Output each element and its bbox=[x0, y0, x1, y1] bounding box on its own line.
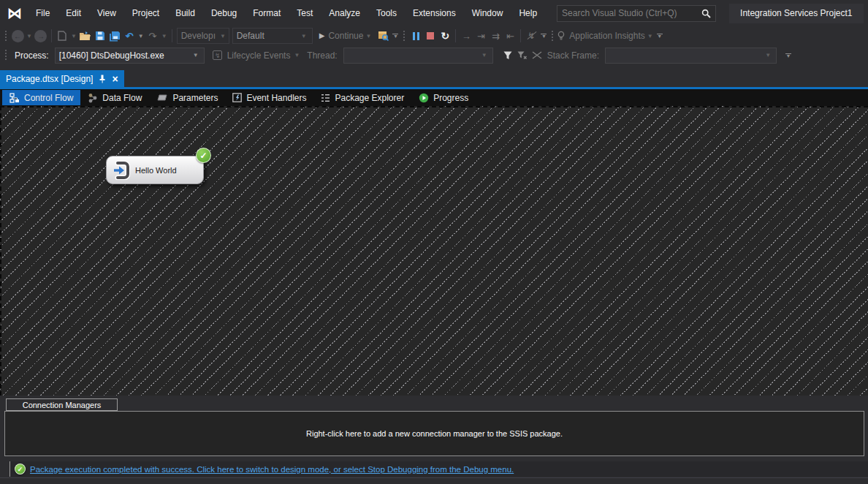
toolbar-overflow-button[interactable]: ▼ bbox=[392, 34, 398, 38]
connection-managers-section: Connection Managers Right-click here to … bbox=[0, 396, 868, 456]
attach-to-process-button[interactable] bbox=[376, 28, 390, 44]
menu-project[interactable]: Project bbox=[124, 4, 167, 22]
thread-label: Thread: bbox=[307, 50, 337, 61]
toolbar-grip[interactable] bbox=[4, 30, 8, 42]
solution-configuration-dropdown[interactable]: Developı ▼ bbox=[177, 28, 229, 44]
tab-label: Event Handlers bbox=[246, 93, 306, 103]
continue-label: Continue bbox=[328, 31, 363, 41]
open-file-button[interactable] bbox=[78, 28, 93, 44]
step-over-icon: ⇉ bbox=[492, 31, 500, 41]
undo-dropdown-caret[interactable]: ▼ bbox=[138, 33, 144, 39]
menu-edit[interactable]: Edit bbox=[58, 4, 89, 22]
stack-frame-dropdown[interactable]: ▼ bbox=[605, 48, 777, 64]
tab-progress[interactable]: Progress bbox=[411, 90, 476, 105]
restart-button[interactable]: ↻ bbox=[438, 28, 452, 44]
solution-platform-value: Default bbox=[237, 31, 264, 41]
connection-managers-panel[interactable]: Right-click here to add a new connection… bbox=[4, 411, 864, 456]
toolbar-grip[interactable] bbox=[4, 49, 8, 61]
reset-filter-button[interactable] bbox=[515, 48, 530, 64]
menu-extensions[interactable]: Extensions bbox=[405, 4, 464, 22]
progress-icon bbox=[419, 93, 429, 103]
step-over-button[interactable]: ⇉ bbox=[488, 28, 503, 44]
search-input[interactable] bbox=[562, 8, 701, 18]
redo-dropdown-caret[interactable]: ▼ bbox=[161, 33, 167, 39]
task-hello-world[interactable]: Hello World ✓ bbox=[106, 156, 204, 184]
control-flow-design-surface[interactable]: Hello World ✓ bbox=[0, 106, 868, 396]
document-tab-package-dtsx[interactable]: Package.dtsx [Design] × bbox=[0, 70, 124, 87]
toolbar-overflow-button[interactable]: ▼ bbox=[541, 34, 547, 38]
pause-button[interactable] bbox=[408, 28, 423, 44]
control-flow-icon bbox=[9, 93, 20, 103]
tab-event-handlers[interactable]: Event Handlers bbox=[225, 90, 313, 105]
tab-package-explorer[interactable]: Package Explorer bbox=[313, 90, 411, 105]
stop-debugging-button[interactable] bbox=[423, 28, 438, 44]
chevron-down-icon: ▼ bbox=[481, 52, 487, 58]
back-dropdown-caret[interactable]: ▼ bbox=[26, 33, 32, 39]
search-icon[interactable] bbox=[701, 9, 711, 18]
breakpoints-disabled-button[interactable]: ↯ bbox=[524, 28, 538, 44]
menu-format[interactable]: Format bbox=[245, 4, 289, 22]
new-file-button[interactable] bbox=[55, 28, 69, 44]
step-into-button[interactable]: ⇥ bbox=[473, 28, 488, 44]
chevron-down-icon: ▼ bbox=[765, 52, 771, 58]
application-insights-label: Application Insights bbox=[569, 31, 644, 41]
lifecycle-events-caret[interactable]: ▼ bbox=[294, 52, 300, 58]
connection-managers-title: Connection Managers bbox=[23, 401, 102, 409]
process-dropdown[interactable]: [10460] DtsDebugHost.exe ▼ bbox=[55, 48, 205, 64]
menu-help[interactable]: Help bbox=[511, 4, 545, 22]
crossed-arrows-icon bbox=[532, 51, 542, 59]
application-insights-button[interactable]: Application Insights bbox=[557, 28, 645, 44]
redo-icon: ↷ bbox=[148, 31, 156, 41]
menu-analyze[interactable]: Analyze bbox=[321, 4, 368, 22]
application-insights-caret[interactable]: ▼ bbox=[647, 33, 653, 39]
tab-parameters[interactable]: Parameters bbox=[149, 90, 225, 105]
undo-button[interactable]: ↶ bbox=[122, 28, 137, 44]
toolbar-grip[interactable] bbox=[403, 30, 406, 42]
step-out-icon: ⇤ bbox=[506, 31, 514, 41]
close-icon[interactable]: × bbox=[112, 74, 118, 84]
tab-data-flow[interactable]: Data Flow bbox=[80, 90, 149, 105]
toolbar-overflow-button[interactable]: ▼ bbox=[785, 53, 791, 58]
lifecycle-events-icon-button[interactable]: ↯ bbox=[210, 48, 225, 64]
step-out-button[interactable]: ⇤ bbox=[503, 28, 517, 44]
solution-configuration-value: Developı bbox=[181, 31, 216, 41]
menu-window[interactable]: Window bbox=[464, 4, 511, 22]
menu-test[interactable]: Test bbox=[289, 4, 321, 22]
menu-debug[interactable]: Debug bbox=[203, 4, 245, 22]
pause-icon bbox=[413, 32, 415, 40]
menu-view[interactable]: View bbox=[89, 4, 124, 22]
pin-icon[interactable] bbox=[99, 75, 106, 83]
chevron-down-icon: ▼ bbox=[193, 52, 199, 58]
continue-button[interactable]: ▶ Continue bbox=[319, 28, 365, 44]
menu-build[interactable]: Build bbox=[167, 4, 203, 22]
menu-tools[interactable]: Tools bbox=[368, 4, 405, 22]
execution-status-link[interactable]: Package execution completed with success… bbox=[30, 465, 514, 474]
menu-file[interactable]: File bbox=[28, 4, 58, 22]
connection-managers-tab[interactable]: Connection Managers bbox=[6, 398, 118, 411]
forward-arrow-icon: → bbox=[34, 30, 47, 42]
tab-label: Progress bbox=[433, 93, 468, 103]
save-all-button[interactable] bbox=[107, 28, 122, 44]
process-window-icon bbox=[378, 31, 389, 41]
solution-platform-dropdown[interactable]: Default ▼ bbox=[232, 28, 313, 44]
redo-button[interactable]: ↷ bbox=[145, 28, 160, 44]
thread-dropdown[interactable]: ▼ bbox=[343, 48, 493, 64]
save-button[interactable] bbox=[93, 28, 107, 44]
continue-dropdown-caret[interactable]: ▼ bbox=[365, 33, 371, 39]
new-file-dropdown-caret[interactable]: ▼ bbox=[71, 33, 77, 39]
toolbar-overflow-button[interactable]: ▼ bbox=[657, 34, 663, 38]
process-label: Process: bbox=[15, 50, 49, 61]
toolbar-grip[interactable] bbox=[551, 30, 555, 42]
chevron-down-icon: ▼ bbox=[301, 33, 307, 39]
tab-control-flow[interactable]: Control Flow bbox=[2, 90, 80, 105]
back-arrow-icon: ← bbox=[12, 30, 24, 42]
toggle-flagged-threads-button[interactable] bbox=[530, 48, 544, 64]
search-box[interactable] bbox=[557, 5, 716, 22]
show-next-statement-button[interactable]: → bbox=[459, 28, 473, 44]
navigate-forward-button[interactable]: → bbox=[34, 28, 48, 44]
lifecycle-events-label: Lifecycle Events bbox=[227, 50, 291, 61]
navigate-back-button[interactable]: ← bbox=[10, 28, 25, 44]
window-project-title: Integration Services Project1 bbox=[729, 4, 863, 23]
lightning-crossed-icon: ↯ bbox=[528, 31, 535, 41]
filter-threads-button[interactable] bbox=[500, 48, 515, 64]
